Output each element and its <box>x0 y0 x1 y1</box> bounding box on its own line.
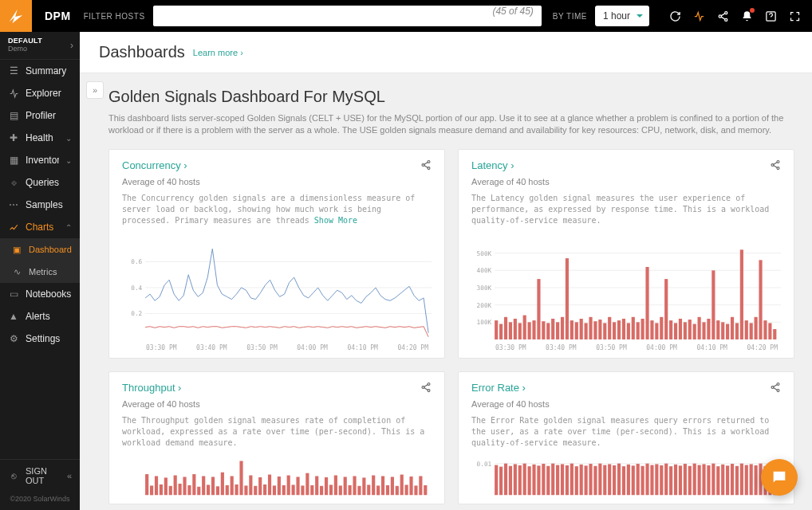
dashboards-icon: ▣ <box>11 244 22 255</box>
svg-rect-27 <box>499 324 503 339</box>
svg-rect-46 <box>589 317 592 339</box>
nav-queries[interactable]: ⟐Queries <box>0 171 80 194</box>
share-icon[interactable] <box>770 382 781 396</box>
svg-rect-47 <box>593 321 597 339</box>
svg-rect-175 <box>593 465 597 494</box>
svg-rect-177 <box>603 465 606 495</box>
nav-summary[interactable]: ☰Summary <box>0 60 80 82</box>
card-subtitle: Average of 40 hosts <box>471 399 781 409</box>
fullscreen-icon[interactable] <box>788 10 801 22</box>
svg-rect-132 <box>349 485 352 495</box>
card-title[interactable]: Latency <box>471 159 514 171</box>
time-range-value: 1 hour <box>603 10 630 22</box>
svg-rect-61 <box>660 317 663 339</box>
chart-error-rate: 0.01 <box>471 453 781 497</box>
svg-rect-79 <box>745 320 748 339</box>
svg-rect-32 <box>523 315 526 339</box>
nav-notebooks[interactable]: ▭Notebooks <box>0 283 80 305</box>
svg-rect-45 <box>585 323 588 339</box>
learn-more-link[interactable]: Learn more <box>193 48 243 57</box>
svg-rect-167 <box>556 465 559 495</box>
help-icon[interactable] <box>764 10 777 22</box>
chat-bubble-button[interactable] <box>761 459 798 496</box>
svg-rect-75 <box>726 324 729 339</box>
svg-rect-93 <box>164 477 168 495</box>
pulse-icon[interactable] <box>692 10 705 22</box>
svg-rect-59 <box>650 320 653 339</box>
svg-rect-145 <box>409 477 412 495</box>
card-description: The Throughput golden signal measures ra… <box>122 415 432 449</box>
logo-icon[interactable] <box>0 0 32 32</box>
svg-rect-205 <box>735 465 739 494</box>
sign-out-button[interactable]: ⎋SIGN OUT« <box>0 459 80 492</box>
svg-rect-73 <box>716 320 719 339</box>
svg-rect-143 <box>400 474 404 495</box>
svg-rect-155 <box>499 466 503 495</box>
svg-rect-189 <box>660 465 663 495</box>
filter-hosts-input[interactable]: (45 of 45) <box>153 6 542 26</box>
svg-rect-68 <box>693 324 696 339</box>
svg-rect-194 <box>684 464 687 495</box>
svg-rect-203 <box>726 465 729 495</box>
nav-health[interactable]: ✚Health⌄ <box>0 127 80 149</box>
svg-rect-195 <box>688 465 692 494</box>
svg-rect-176 <box>598 463 601 495</box>
card-throughput: Throughput Average of 40 hosts The Throu… <box>108 371 445 504</box>
show-more-link[interactable]: Show More <box>314 216 357 225</box>
svg-rect-171 <box>575 466 578 495</box>
svg-rect-74 <box>721 322 724 339</box>
svg-rect-105 <box>221 472 224 495</box>
nav-alerts[interactable]: ▲Alerts <box>0 305 80 328</box>
summary-icon: ☰ <box>8 65 19 76</box>
nav-profiler[interactable]: ▤Profiler <box>0 104 80 127</box>
bell-icon[interactable] <box>740 10 753 22</box>
nav-settings[interactable]: ⚙Settings <box>0 328 80 350</box>
svg-rect-123 <box>305 473 309 495</box>
nav-charts[interactable]: Charts⌃ <box>0 216 80 238</box>
svg-rect-43 <box>575 322 578 339</box>
svg-rect-196 <box>693 463 696 495</box>
svg-rect-44 <box>580 319 583 339</box>
svg-rect-191 <box>669 466 672 495</box>
card-title[interactable]: Concurrency <box>122 159 187 171</box>
card-subtitle: Average of 40 hosts <box>122 399 432 409</box>
svg-text:0.01: 0.01 <box>477 460 492 467</box>
nav-metrics[interactable]: ∿Metrics <box>0 261 80 283</box>
collapse-sidebar-icon[interactable]: « <box>67 471 72 481</box>
nav-explorer[interactable]: Explorer <box>0 82 80 104</box>
svg-rect-104 <box>216 486 219 495</box>
svg-rect-39 <box>556 322 559 339</box>
svg-rect-62 <box>664 279 668 339</box>
card-title[interactable]: Throughput <box>122 382 181 394</box>
metrics-icon: ∿ <box>11 266 22 277</box>
time-range-select[interactable]: 1 hour <box>595 6 649 26</box>
card-concurrency: Concurrency Average of 40 hosts The Conc… <box>108 149 445 359</box>
org-selector[interactable]: DEFAULT Demo › <box>0 32 80 60</box>
svg-text:0.6: 0.6 <box>131 258 142 265</box>
share-icon[interactable] <box>420 159 432 174</box>
nav-inventory[interactable]: ▦Inventory⌄ <box>0 149 80 171</box>
svg-rect-57 <box>641 319 644 339</box>
svg-text:200K: 200K <box>477 301 492 308</box>
expand-panel-button[interactable]: » <box>86 81 104 99</box>
share-icon[interactable] <box>420 382 432 396</box>
refresh-icon[interactable] <box>668 10 681 22</box>
svg-rect-172 <box>580 465 583 495</box>
svg-rect-29 <box>509 322 512 339</box>
dashboard-description: This dashboard lists server-scoped Golde… <box>108 112 794 136</box>
share-icon[interactable] <box>770 159 781 174</box>
card-title[interactable]: Error Rate <box>471 382 526 394</box>
svg-rect-81 <box>755 317 758 339</box>
chart-latency: 100K200K300K400K500K03:30 PM03:40 PM03:5… <box>471 231 781 351</box>
nav-dashboards[interactable]: ▣Dashboards <box>0 238 80 261</box>
svg-rect-188 <box>655 464 658 495</box>
svg-rect-64 <box>674 323 677 339</box>
settings-icon: ⚙ <box>8 333 19 344</box>
charts-icon <box>8 222 19 233</box>
svg-rect-109 <box>239 461 242 495</box>
nav-samples[interactable]: ⋯Samples <box>0 194 80 216</box>
share-icon[interactable] <box>716 10 729 22</box>
svg-rect-159 <box>518 465 522 495</box>
svg-rect-63 <box>669 320 672 339</box>
svg-rect-92 <box>160 484 163 495</box>
